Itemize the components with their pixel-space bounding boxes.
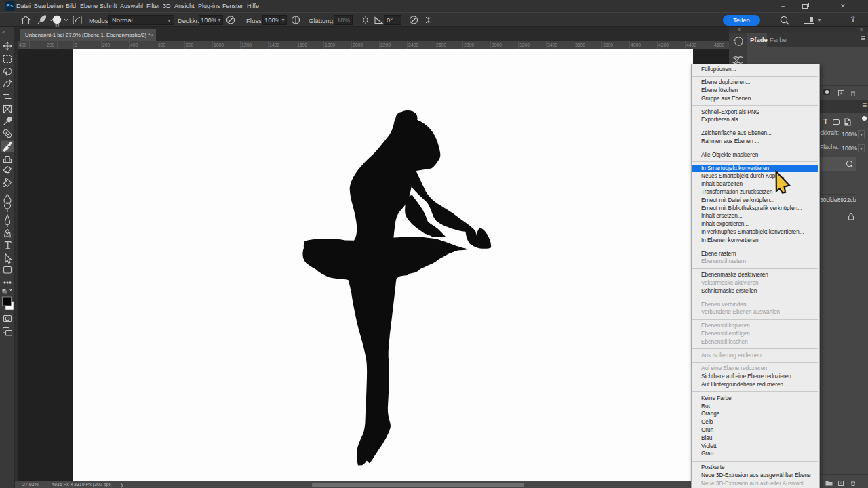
svg-text:34: 34 [55,24,60,28]
svg-text:»: » [2,29,5,34]
